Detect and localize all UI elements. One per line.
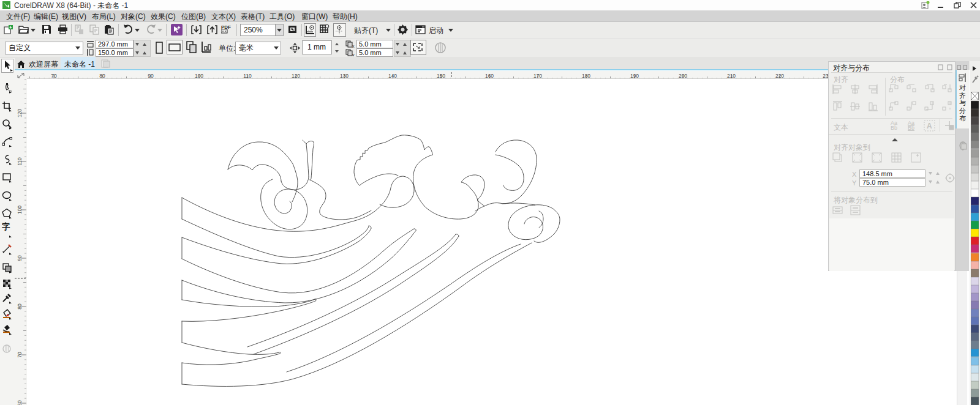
svg-text:80: 80 <box>17 303 23 310</box>
svg-text:120: 120 <box>17 109 23 117</box>
svg-text:60: 60 <box>17 400 23 405</box>
svg-text:110: 110 <box>17 157 23 166</box>
svg-text:70: 70 <box>17 352 23 358</box>
svg-text:A: A <box>927 122 932 130</box>
svg-text:x: x <box>352 44 355 48</box>
svg-text:90: 90 <box>17 255 23 261</box>
svg-text:y: y <box>352 53 355 56</box>
svg-text:100: 100 <box>17 206 23 214</box>
